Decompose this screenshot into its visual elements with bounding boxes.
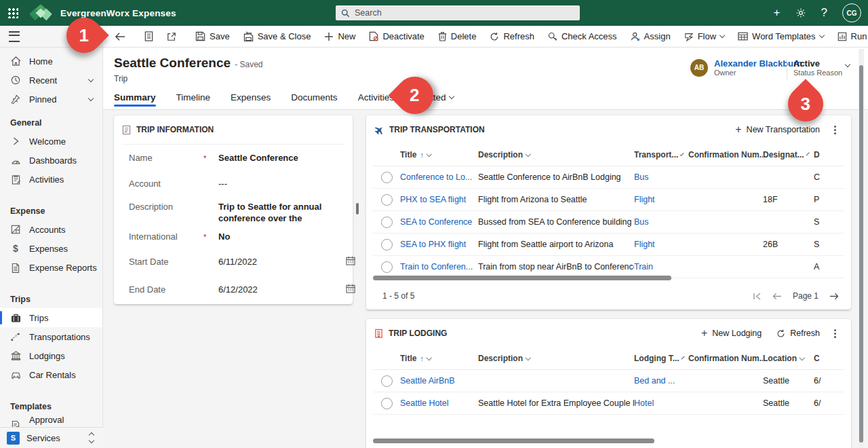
new-button[interactable]: New [318, 26, 361, 47]
cell-title-link[interactable]: PHX to SEA flight [400, 195, 478, 204]
field-name[interactable]: Name * Seattle Conference [129, 153, 339, 163]
sidebar-item-dashboards[interactable]: Dashboards [0, 151, 102, 170]
quick-create-plus-icon[interactable]: + [774, 6, 781, 20]
sidebar-item-recent[interactable]: Recent [0, 71, 102, 90]
sidebar-item-accounts[interactable]: Accounts [0, 220, 102, 239]
app-launcher-waffle-icon[interactable] [7, 7, 18, 18]
save-button[interactable]: Save [189, 26, 236, 47]
cell-transport-type-link[interactable]: Bus [634, 217, 688, 227]
deactivate-button[interactable]: Deactivate [363, 26, 430, 47]
cell-title-link[interactable]: Seattle Hotel [400, 398, 478, 408]
cell-lodging-type-link[interactable]: Hotel [634, 398, 688, 408]
sidebar-item-expenses[interactable]: $ Expenses [0, 239, 102, 258]
table-row[interactable]: PHX to SEA flight Flight from Arizona to… [373, 189, 844, 211]
refresh-subgrid-button[interactable]: Refresh [770, 323, 826, 343]
sidebar-item-expense-reports[interactable]: Expense Reports [0, 258, 102, 277]
tab-documents[interactable]: Documents [291, 85, 337, 109]
cell-title-link[interactable]: SEA to Conference [400, 217, 478, 227]
table-row[interactable]: Seattle Hotel Seattle Hotel for Extra Em… [373, 392, 844, 415]
row-select-radio[interactable] [381, 261, 393, 273]
column-header-location[interactable]: Location [763, 354, 814, 363]
area-switcher-services[interactable]: S Services [0, 427, 103, 448]
row-select-radio[interactable] [381, 172, 393, 183]
open-in-new-window-button[interactable] [161, 26, 182, 47]
table-row[interactable]: Conference to Lo... Seattle Conference t… [373, 166, 844, 189]
more-commands-icon[interactable] [834, 333, 836, 335]
table-row[interactable]: SEA to PHX flight Flight from Seattle ai… [373, 234, 844, 256]
table-row[interactable]: SEA to Conference Bussed from SEA to Con… [373, 211, 844, 234]
sidebar-item-activities[interactable]: Activities [0, 170, 102, 189]
sidebar-item-home[interactable]: Home [0, 52, 102, 71]
column-header-designation[interactable]: Designat... [763, 150, 814, 160]
field-account[interactable]: Account --- [129, 179, 339, 189]
cell-title-link[interactable]: SEA to PHX flight [400, 240, 478, 249]
refresh-button[interactable]: Refresh [484, 26, 540, 47]
column-header-description[interactable]: Description [478, 150, 634, 160]
sidebar-item-lodgings[interactable]: Lodgings [0, 346, 102, 365]
field-description[interactable]: Description Trip to Seattle for annual c… [129, 202, 339, 224]
cell-title-link[interactable]: Conference to Lo... [400, 172, 478, 182]
vertical-scrollbar-thumb[interactable] [859, 65, 863, 443]
table-row[interactable]: Seattle AirBnB Bed and ... Seattle 6/ [373, 370, 844, 392]
sidebar-item-car-rentals[interactable]: Car Rentals [0, 365, 102, 384]
field-international[interactable]: International * No [129, 231, 339, 242]
calendar-icon[interactable] [346, 284, 355, 293]
column-header-title[interactable]: Title [400, 150, 478, 160]
global-search-input[interactable]: Search [336, 5, 580, 20]
new-transportation-button[interactable]: + New Transportation [729, 119, 826, 140]
sidebar-item-transportations[interactable]: Transportations [0, 327, 102, 346]
previous-page-icon[interactable] [772, 293, 782, 300]
settings-gear-icon[interactable] [795, 7, 806, 18]
column-header-clipped[interactable]: D [814, 150, 844, 160]
column-header-confirmation[interactable]: Confirmation Num... [688, 354, 763, 363]
word-templates-button[interactable]: Word Templates [732, 26, 829, 47]
sidebar-item-welcome[interactable]: Welcome [0, 132, 102, 151]
user-avatar[interactable]: CG [842, 3, 861, 22]
horizontal-scrollbar[interactable] [373, 438, 654, 443]
header-chevron-down-icon[interactable] [845, 62, 850, 67]
column-header-confirmation[interactable]: Confirmation Num... [688, 150, 763, 160]
field-start-date[interactable]: Start Date 6/11/2022 [129, 257, 339, 267]
row-select-radio[interactable] [381, 194, 393, 206]
new-lodging-button[interactable]: + New Lodging [695, 323, 768, 343]
field-end-date[interactable]: End Date 6/12/2022 [129, 284, 339, 295]
flow-button[interactable]: Flow [678, 26, 730, 47]
save-and-close-button[interactable]: Save & Close [237, 26, 317, 47]
horizontal-scrollbar[interactable] [373, 276, 671, 280]
row-select-radio[interactable] [381, 398, 393, 409]
cell-lodging-type-link[interactable]: Bed and ... [634, 376, 688, 386]
cell-transport-type-link[interactable]: Train [634, 262, 688, 272]
check-access-button[interactable]: Check Access [542, 26, 623, 47]
owner-field[interactable]: AB Alexander Blackburn Owner [690, 58, 802, 77]
column-header-lodging-type[interactable]: Lodging T... [634, 354, 688, 363]
tab-summary[interactable]: Summary [114, 85, 156, 109]
first-page-icon[interactable] [753, 293, 762, 300]
cell-transport-type-link[interactable]: Flight [634, 195, 688, 204]
column-header-title[interactable]: Title [400, 354, 478, 363]
more-commands-icon[interactable] [834, 129, 836, 131]
row-select-radio[interactable] [381, 239, 393, 250]
assign-button[interactable]: Assign [625, 26, 677, 47]
next-page-icon[interactable] [829, 293, 839, 300]
tab-activities[interactable]: Activities [358, 85, 394, 109]
run-report-button[interactable]: Run Report [831, 26, 868, 47]
calendar-icon[interactable] [346, 256, 355, 265]
record-set-button[interactable] [138, 26, 159, 47]
cell-transport-type-link[interactable]: Flight [634, 240, 688, 249]
owner-name-link[interactable]: Alexander Blackburn [714, 58, 802, 69]
row-select-radio[interactable] [381, 375, 393, 387]
cell-transport-type-link[interactable]: Bus [634, 172, 688, 182]
back-button[interactable] [108, 26, 132, 47]
tab-expenses[interactable]: Expenses [231, 85, 271, 109]
sidebar-item-pinned[interactable]: Pinned [0, 90, 102, 109]
tab-timeline[interactable]: Timeline [176, 85, 211, 109]
help-icon[interactable]: ? [821, 6, 827, 20]
delete-button[interactable]: Delete [432, 26, 483, 47]
column-header-description[interactable]: Description [478, 354, 634, 363]
collapse-sitemap-menu-icon[interactable] [9, 31, 20, 42]
cell-title-link[interactable]: Seattle AirBnB [400, 376, 478, 386]
field-scrollbar-thumb[interactable] [356, 203, 359, 214]
sidebar-item-trips[interactable]: Trips [0, 308, 102, 327]
cell-title-link[interactable]: Train to Conferen... [400, 262, 478, 272]
column-header-clipped[interactable]: C [814, 354, 844, 363]
